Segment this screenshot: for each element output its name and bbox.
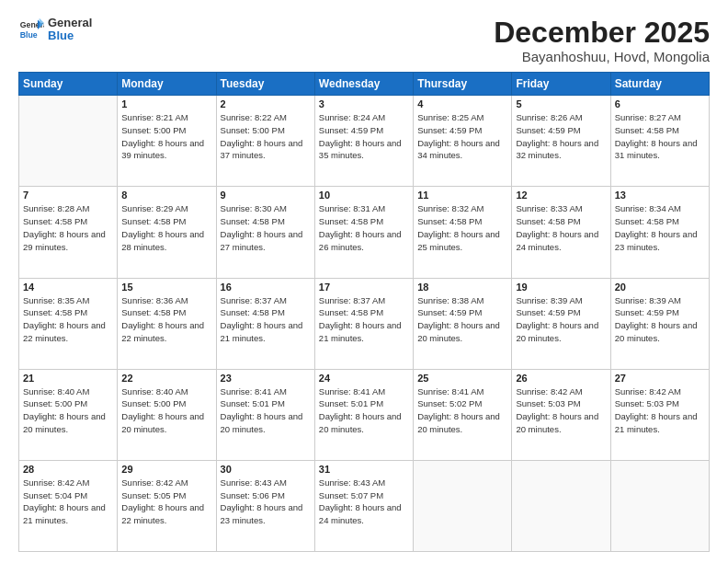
day-info: Sunrise: 8:34 AM Sunset: 4:58 PM Dayligh… <box>615 202 705 253</box>
sunset-text: Sunset: 5:05 PM <box>121 490 186 500</box>
daylight-text: Daylight: 8 hours and 28 minutes. <box>121 229 204 252</box>
calendar-cell: 7 Sunrise: 8:28 AM Sunset: 4:58 PM Dayli… <box>19 187 118 278</box>
day-number: 16 <box>221 282 311 293</box>
sunrise-text: Sunrise: 8:39 AM <box>516 295 582 305</box>
sunset-text: Sunset: 4:59 PM <box>417 307 482 317</box>
sunrise-text: Sunrise: 8:30 AM <box>221 203 287 213</box>
calendar-cell: 12 Sunrise: 8:33 AM Sunset: 4:58 PM Dayl… <box>512 187 610 278</box>
sunset-text: Sunset: 5:03 PM <box>516 398 580 408</box>
day-info: Sunrise: 8:42 AM Sunset: 5:05 PM Dayligh… <box>121 477 211 527</box>
daylight-text: Daylight: 8 hours and 22 minutes. <box>121 320 204 343</box>
calendar-cell: 5 Sunrise: 8:26 AM Sunset: 4:59 PM Dayli… <box>512 96 610 187</box>
calendar-cell: 29 Sunrise: 8:42 AM Sunset: 5:05 PM Dayl… <box>118 460 216 551</box>
day-number: 13 <box>615 190 705 201</box>
day-info: Sunrise: 8:40 AM Sunset: 5:00 PM Dayligh… <box>23 385 113 436</box>
calendar-cell: 24 Sunrise: 8:41 AM Sunset: 5:01 PM Dayl… <box>314 369 413 460</box>
sunrise-text: Sunrise: 8:28 AM <box>23 203 89 213</box>
sunset-text: Sunset: 4:58 PM <box>121 216 186 226</box>
day-number: 6 <box>615 98 705 109</box>
weekday-header-row: SundayMondayTuesdayWednesdayThursdayFrid… <box>19 73 710 96</box>
title-block: December 2025 Bayanhoshuu, Hovd, Mongoli… <box>494 17 710 64</box>
sunset-text: Sunset: 5:06 PM <box>221 490 285 500</box>
sunset-text: Sunset: 5:04 PM <box>23 490 87 500</box>
day-info: Sunrise: 8:28 AM Sunset: 4:58 PM Dayligh… <box>23 202 113 253</box>
day-number: 28 <box>23 464 113 475</box>
sunrise-text: Sunrise: 8:22 AM <box>221 112 287 122</box>
daylight-text: Daylight: 8 hours and 20 minutes. <box>417 320 500 343</box>
sunset-text: Sunset: 5:01 PM <box>319 398 383 408</box>
day-info: Sunrise: 8:37 AM Sunset: 4:58 PM Dayligh… <box>319 294 409 345</box>
calendar-cell <box>414 460 512 551</box>
month-title: December 2025 <box>494 17 710 49</box>
day-info: Sunrise: 8:30 AM Sunset: 4:58 PM Dayligh… <box>221 202 311 253</box>
weekday-header-tuesday: Tuesday <box>216 73 314 96</box>
day-number: 2 <box>221 98 311 109</box>
day-number: 3 <box>319 98 409 109</box>
daylight-text: Daylight: 8 hours and 23 minutes. <box>615 229 698 252</box>
sunset-text: Sunset: 5:02 PM <box>417 398 482 408</box>
daylight-text: Daylight: 8 hours and 20 minutes. <box>221 411 303 434</box>
daylight-text: Daylight: 8 hours and 23 minutes. <box>221 502 303 525</box>
sunrise-text: Sunrise: 8:27 AM <box>615 112 681 122</box>
calendar-week-row: 21 Sunrise: 8:40 AM Sunset: 5:00 PM Dayl… <box>19 369 710 460</box>
calendar-cell <box>610 460 709 551</box>
day-number: 21 <box>23 373 113 384</box>
calendar-cell: 6 Sunrise: 8:27 AM Sunset: 4:58 PM Dayli… <box>610 96 709 187</box>
calendar-cell: 31 Sunrise: 8:43 AM Sunset: 5:07 PM Dayl… <box>314 460 413 551</box>
header: General Blue General Blue December 2025 … <box>18 17 710 64</box>
daylight-text: Daylight: 8 hours and 21 minutes. <box>319 320 402 343</box>
day-number: 31 <box>319 464 409 475</box>
daylight-text: Daylight: 8 hours and 24 minutes. <box>516 229 598 252</box>
location: Bayanhoshuu, Hovd, Mongolia <box>494 49 710 64</box>
day-info: Sunrise: 8:31 AM Sunset: 4:58 PM Dayligh… <box>319 202 409 253</box>
day-info: Sunrise: 8:40 AM Sunset: 5:00 PM Dayligh… <box>121 385 211 436</box>
sunset-text: Sunset: 5:01 PM <box>221 398 285 408</box>
daylight-text: Daylight: 8 hours and 27 minutes. <box>221 229 303 252</box>
weekday-header-thursday: Thursday <box>414 73 512 96</box>
sunrise-text: Sunrise: 8:42 AM <box>23 477 89 488</box>
day-info: Sunrise: 8:38 AM Sunset: 4:59 PM Dayligh… <box>417 294 507 345</box>
daylight-text: Daylight: 8 hours and 20 minutes. <box>319 411 402 434</box>
day-number: 26 <box>516 373 606 384</box>
sunrise-text: Sunrise: 8:37 AM <box>319 295 385 305</box>
sunrise-text: Sunrise: 8:35 AM <box>23 295 89 305</box>
day-number: 25 <box>417 373 507 384</box>
day-number: 1 <box>121 98 211 109</box>
daylight-text: Daylight: 8 hours and 20 minutes. <box>615 320 698 343</box>
day-number: 19 <box>516 282 606 293</box>
svg-text:Blue: Blue <box>20 30 38 40</box>
day-number: 22 <box>121 373 211 384</box>
day-info: Sunrise: 8:42 AM Sunset: 5:03 PM Dayligh… <box>615 385 705 436</box>
calendar-week-row: 1 Sunrise: 8:21 AM Sunset: 5:00 PM Dayli… <box>19 96 710 187</box>
daylight-text: Daylight: 8 hours and 20 minutes. <box>417 411 500 434</box>
calendar-cell: 18 Sunrise: 8:38 AM Sunset: 4:59 PM Dayl… <box>414 278 512 369</box>
logo-text: General Blue <box>48 17 92 43</box>
day-number: 29 <box>121 464 211 475</box>
daylight-text: Daylight: 8 hours and 20 minutes. <box>121 411 204 434</box>
sunrise-text: Sunrise: 8:42 AM <box>516 386 582 396</box>
calendar-cell: 22 Sunrise: 8:40 AM Sunset: 5:00 PM Dayl… <box>118 369 216 460</box>
calendar-cell <box>512 460 610 551</box>
daylight-text: Daylight: 8 hours and 39 minutes. <box>121 138 204 161</box>
sunrise-text: Sunrise: 8:36 AM <box>121 295 188 305</box>
day-number: 18 <box>417 282 507 293</box>
day-info: Sunrise: 8:32 AM Sunset: 4:58 PM Dayligh… <box>417 202 507 253</box>
daylight-text: Daylight: 8 hours and 20 minutes. <box>23 411 106 434</box>
day-info: Sunrise: 8:43 AM Sunset: 5:07 PM Dayligh… <box>319 477 409 527</box>
logo-general-text: General <box>48 17 92 29</box>
day-number: 9 <box>221 190 311 201</box>
daylight-text: Daylight: 8 hours and 25 minutes. <box>417 229 500 252</box>
day-info: Sunrise: 8:35 AM Sunset: 4:58 PM Dayligh… <box>23 294 113 345</box>
sunrise-text: Sunrise: 8:33 AM <box>516 203 582 213</box>
day-number: 14 <box>23 282 113 293</box>
weekday-header-sunday: Sunday <box>19 73 118 96</box>
daylight-text: Daylight: 8 hours and 24 minutes. <box>319 502 402 525</box>
sunrise-text: Sunrise: 8:42 AM <box>615 386 681 396</box>
day-info: Sunrise: 8:37 AM Sunset: 4:58 PM Dayligh… <box>221 294 311 345</box>
day-number: 20 <box>615 282 705 293</box>
calendar-cell: 23 Sunrise: 8:41 AM Sunset: 5:01 PM Dayl… <box>216 369 314 460</box>
daylight-text: Daylight: 8 hours and 20 minutes. <box>516 320 598 343</box>
sunrise-text: Sunrise: 8:29 AM <box>121 203 188 213</box>
sunset-text: Sunset: 4:58 PM <box>221 307 285 317</box>
sunrise-text: Sunrise: 8:32 AM <box>417 203 483 213</box>
